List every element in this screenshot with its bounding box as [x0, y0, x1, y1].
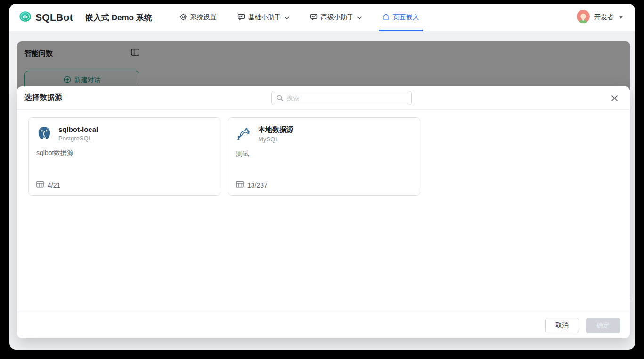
assistant-board-icon: [237, 13, 245, 22]
nav-label: 页面嵌入: [393, 13, 419, 22]
datasource-modal: 选择数据源: [17, 86, 630, 338]
confirm-button[interactable]: 确定: [586, 318, 620, 333]
nav-label: 系统设置: [190, 13, 217, 22]
top-navbar: SQLBot 嵌入式 Demo 系统 系统设置: [9, 4, 635, 31]
cancel-button[interactable]: 取消: [545, 318, 579, 333]
app-title: 嵌入式 Demo 系统: [85, 12, 152, 23]
brand-name: SQLBot: [35, 12, 73, 23]
caret-down-icon: [619, 16, 623, 19]
search-icon: [276, 94, 284, 102]
chevron-down-icon: [285, 14, 289, 21]
avatar: [577, 10, 590, 25]
user-menu[interactable]: 开发者: [577, 10, 623, 25]
table-grid-icon: [36, 181, 44, 189]
datasource-name: 本地数据源: [258, 125, 293, 134]
page-embed-icon: [383, 13, 390, 22]
datasource-name: sqlbot-local: [58, 125, 98, 133]
nav-item-system-settings[interactable]: 系统设置: [179, 4, 217, 31]
main-nav: 系统设置 基础小助手: [179, 4, 419, 31]
modal-footer: 取消 确定: [17, 312, 630, 338]
chevron-down-icon: [357, 14, 362, 21]
nav-label: 高级小助手: [321, 13, 354, 22]
mysql-icon: [236, 125, 252, 141]
modal-title: 选择数据源: [24, 93, 62, 103]
table-grid-icon: [236, 181, 244, 189]
postgresql-icon: [36, 125, 52, 141]
nav-item-advanced-assistant[interactable]: 高级小助手: [310, 4, 362, 31]
datasource-type: PostgreSQL: [58, 135, 98, 142]
gear-icon: [179, 13, 187, 22]
datasource-card-postgresql[interactable]: sqlbot-local PostgreSQL sqlbot数据源: [28, 117, 220, 196]
close-icon[interactable]: [609, 93, 620, 103]
datasource-type: MySQL: [258, 136, 293, 143]
datasource-table-count: 4/21: [36, 181, 60, 189]
search-box: [271, 91, 412, 105]
nav-item-basic-assistant[interactable]: 基础小助手: [237, 4, 289, 31]
table-count-value: 4/21: [48, 181, 60, 189]
user-name: 开发者: [594, 13, 614, 22]
datasource-description: sqlbot数据源: [36, 149, 212, 157]
datasource-table-count: 13/237: [236, 181, 268, 189]
datasource-list: sqlbot-local PostgreSQL sqlbot数据源: [17, 110, 630, 203]
nav-item-page-embed[interactable]: 页面嵌入: [383, 4, 419, 31]
active-tab-indicator: [379, 30, 423, 31]
datasource-description: 测试: [236, 150, 412, 158]
app-window: SQLBot 嵌入式 Demo 系统 系统设置: [9, 4, 635, 350]
datasource-card-mysql[interactable]: 本地数据源 MySQL 测试 13/237: [228, 117, 420, 196]
search-input[interactable]: [271, 91, 412, 105]
modal-header: 选择数据源: [17, 86, 630, 110]
sqlbot-logo-icon: [19, 10, 32, 24]
assistant-board-icon: [310, 13, 318, 22]
nav-label: 基础小助手: [248, 13, 281, 22]
table-count-value: 13/237: [247, 181, 268, 189]
brand-logo[interactable]: SQLBot: [19, 10, 73, 24]
